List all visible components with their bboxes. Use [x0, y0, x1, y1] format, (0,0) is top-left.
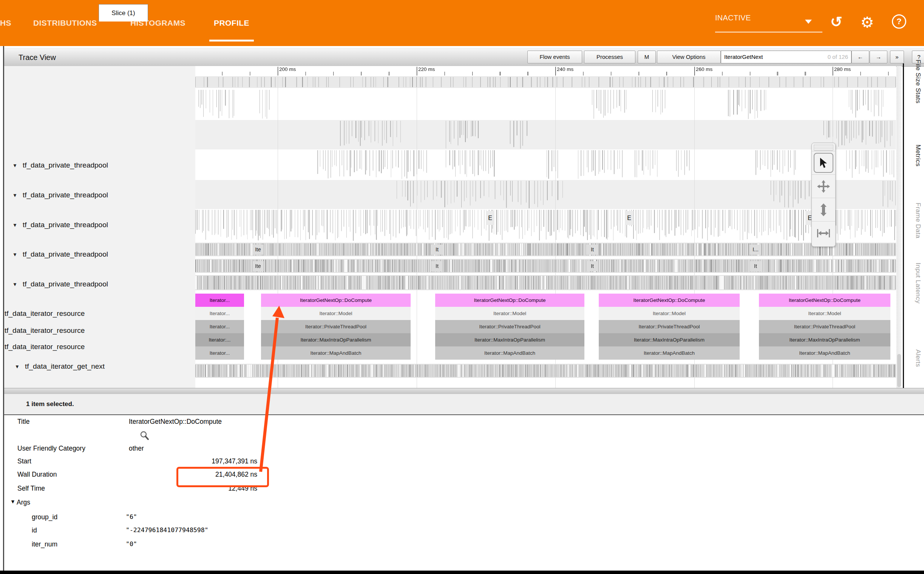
slice-iterator-mapandbatch[interactable]: Iterator::MapAndBatch — [759, 347, 891, 360]
search-input[interactable] — [721, 51, 826, 62]
gear-icon[interactable]: ⚙ — [859, 14, 876, 30]
m-button[interactable]: M — [638, 50, 656, 63]
slice-iterator-getnext-docompute[interactable]: Iterator... — [195, 293, 244, 307]
side-tab-metrics[interactable]: Metrics — [907, 145, 922, 166]
slice-iterator-model[interactable]: Iterator... — [195, 307, 244, 320]
trace-vertical-scrollbar[interactable] — [896, 66, 902, 388]
view-options-button[interactable]: View Options — [657, 50, 721, 63]
side-tab-frame-data[interactable]: Frame Data — [907, 203, 922, 238]
track-expander-icon[interactable]: ▼ — [15, 361, 20, 372]
detail-header: 1 item selected. — [4, 394, 924, 415]
detail-row-title: TitleIteratorGetNextOp::DoCompute — [4, 418, 924, 427]
timing-select-icon — [817, 229, 830, 237]
detail-row-user-friendly-category: User Friendly Categoryother — [4, 445, 924, 454]
run-selector[interactable]: INACTIVE — [715, 14, 823, 32]
resource-slice-label[interactable]: I... — [750, 244, 761, 255]
timing-mode-button[interactable] — [812, 221, 835, 244]
trace-search-box[interactable]: 0 of 126 — [721, 50, 851, 63]
search-prev-button[interactable]: ← — [851, 50, 869, 63]
track-header-tf-data-private-threadpool[interactable]: ▼tf_data_private_threadpool — [4, 219, 193, 230]
slice-iterator-maxintraopparallelism[interactable]: Iterator:... — [195, 333, 244, 347]
track-header-tf-data-iterator-resource[interactable]: tf_data_iterator_resource — [4, 341, 193, 352]
slice-iterator-privatethreadpool[interactable]: Iterator::PrivateThreadPool — [435, 320, 584, 333]
track-expander-icon[interactable]: ▼ — [13, 220, 17, 231]
slice-iterator-privatethreadpool[interactable]: Iterator::PrivateThreadPool — [759, 320, 891, 333]
detail-row-wall-duration: Wall Duration21,404,862 ns — [4, 471, 924, 479]
processes-button[interactable]: Processes — [584, 50, 635, 63]
find-similar-slices-icon[interactable] — [139, 430, 150, 442]
slice-iterator-maxintraopparallelism[interactable]: Iterator::MaxIntraOpParallelism — [599, 333, 740, 347]
toolbar-drag-handle[interactable] — [814, 144, 833, 151]
slice-iterator-getnext-docompute[interactable]: IteratorGetNextOp::DoCompute — [759, 293, 891, 307]
pan-mode-button[interactable] — [812, 174, 835, 198]
track-expander-icon[interactable]: ▼ — [13, 190, 17, 201]
tab-distributions[interactable]: DISTRIBUTIONS — [33, 0, 97, 42]
slice-iterator-model[interactable]: Iterator::Model — [599, 307, 740, 320]
side-tab-input-latency[interactable]: Input Latency — [907, 263, 922, 304]
slice-iterator-maxintraopparallelism[interactable]: Iterator::MaxIntraOpParallelism — [759, 333, 891, 347]
detail-field-label: Title — [17, 418, 30, 426]
track-header-tf-data-iterator-resource[interactable]: tf_data_iterator_resource — [4, 308, 193, 319]
track-header-tf-data-iterator-get-next[interactable]: ▼tf_data_iterator_get_next — [4, 361, 193, 372]
tab-slice[interactable]: Slice (1) — [99, 4, 148, 22]
arg-value: "6" — [126, 513, 137, 520]
track-expander-icon[interactable]: ▼ — [13, 249, 17, 260]
args-expander-icon[interactable]: ▼ — [10, 498, 16, 505]
more-options-button[interactable]: » — [890, 50, 904, 63]
search-next-button[interactable]: → — [870, 50, 888, 63]
slice-iterator-getnext-docompute[interactable]: IteratorGetNextOp::DoCompute — [261, 293, 411, 307]
track-header-tf-data-private-threadpool[interactable]: ▼tf_data_private_threadpool — [4, 189, 193, 201]
resource-slice-label[interactable]: It — [431, 244, 443, 255]
slice-iterator-maxintraopparallelism[interactable]: Iterator::MaxIntraOpParallelism — [435, 333, 584, 347]
track-header-tf-data-private-threadpool[interactable]: ▼tf_data_private_threadpool — [4, 159, 193, 171]
detail-field-label: Start — [17, 457, 32, 465]
track-name-label: tf_data_private_threadpool — [23, 221, 108, 229]
help-glyph: ? — [892, 14, 906, 29]
resource-slice-label[interactable]: It — [750, 261, 761, 271]
select-mode-button[interactable] — [812, 151, 835, 174]
track-name-label: tf_data_private_threadpool — [23, 250, 108, 258]
slice-iterator-model[interactable]: Iterator::Model — [759, 307, 891, 320]
event-marker-e[interactable]: E — [625, 211, 633, 225]
event-marker-e[interactable]: E — [486, 211, 495, 225]
resource-slice-label[interactable]: It — [587, 244, 598, 255]
slice-iterator-model[interactable]: Iterator::Model — [261, 307, 411, 320]
resource-slice-label[interactable]: It — [431, 261, 443, 271]
slice-iterator-mapandbatch[interactable]: Iterator::MapAndBatch — [261, 347, 411, 360]
side-tab-file-size-stats[interactable]: File Size Stats — [907, 60, 922, 103]
chevron-down-icon — [805, 20, 812, 24]
track-expander-icon[interactable]: ▼ — [13, 279, 17, 290]
slice-iterator-mapandbatch[interactable]: Iterator... — [195, 347, 244, 360]
vertical-zoom-arrow-icon — [820, 203, 827, 216]
tab-profile[interactable]: PROFILE — [214, 0, 249, 42]
slice-iterator-mapandbatch[interactable]: Iterator::MapAndBatch — [435, 347, 584, 360]
active-tab-underline — [209, 39, 254, 41]
track-header-tf-data-private-threadpool[interactable]: ▼tf_data_private_threadpool — [4, 279, 193, 290]
slice-iterator-getnext-docompute[interactable]: IteratorGetNextOp::DoCompute — [599, 293, 740, 307]
slice-iterator-getnext-docompute[interactable]: IteratorGetNextOp::DoCompute — [435, 293, 584, 307]
slice-iterator-mapandbatch[interactable]: Iterator::MapAndBatch — [599, 347, 740, 360]
help-icon[interactable]: ? — [891, 14, 907, 30]
slice-iterator-maxintraopparallelism[interactable]: Iterator::MaxIntraOpParallelism — [261, 333, 411, 347]
slice-iterator-privatethreadpool[interactable]: Iterator::PrivateThreadPool — [599, 320, 740, 333]
track-header-tf-data-private-threadpool[interactable]: ▼tf_data_private_threadpool — [4, 249, 193, 260]
detail-field-value: IteratorGetNextOp::DoCompute — [129, 418, 222, 426]
resource-slice-label[interactable]: Ite — [252, 244, 264, 255]
resource-slice-label[interactable]: It — [587, 261, 598, 271]
refresh-icon[interactable]: ↺ — [828, 14, 845, 30]
track-header-tf-data-iterator-resource[interactable]: tf_data_iterator_resource — [4, 325, 193, 336]
flow-events-button[interactable]: Flow events — [527, 50, 582, 63]
resource-slice-label[interactable]: Ite — [252, 261, 264, 271]
selection-status: 1 item selected. — [26, 394, 74, 415]
slice-iterator-privatethreadpool[interactable]: Iterator... — [195, 320, 244, 333]
scrollbar-thumb[interactable] — [897, 354, 901, 387]
zoom-mode-button[interactable] — [812, 198, 835, 221]
slice-iterator-model[interactable]: Iterator::Model — [435, 307, 584, 320]
tab-hs[interactable]: HS — [0, 0, 11, 42]
slice-iterator-privatethreadpool[interactable]: Iterator::PrivateThreadPool — [261, 320, 411, 333]
detail-row-self-time: Self Time12,449 ns — [4, 484, 924, 494]
args-section-header: ▼Args — [4, 498, 924, 508]
app-window: HSDISTRIBUTIONSHISTOGRAMSPROFILE INACTIV… — [0, 0, 924, 574]
side-tab-alerts[interactable]: Alerts — [907, 350, 922, 367]
track-expander-icon[interactable]: ▼ — [13, 160, 17, 171]
